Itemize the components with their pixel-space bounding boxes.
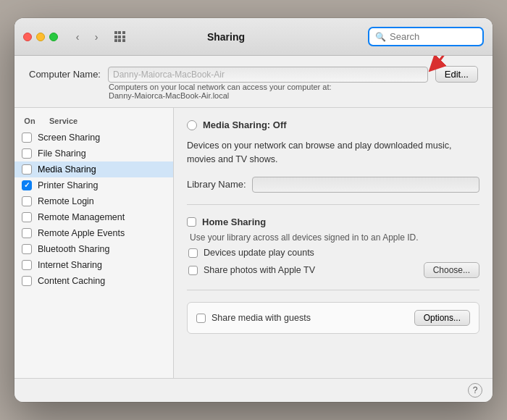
sharing-window: ‹ › Sharing 🔍 Computer Name: <box>14 18 493 402</box>
file-sharing-label: File Sharing <box>38 148 86 159</box>
sidebar-item-internet-sharing[interactable]: Internet Sharing <box>14 257 173 273</box>
sidebar-item-remote-management[interactable]: Remote Management <box>14 209 173 225</box>
share-photos-checkbox[interactable] <box>188 266 198 275</box>
media-sharing-label: Media Sharing <box>38 164 96 175</box>
home-sharing-row: Home Sharing <box>187 217 479 227</box>
devices-update-row: Devices update play counts <box>187 248 479 258</box>
screen-sharing-checkbox[interactable] <box>22 133 32 143</box>
share-media-checkbox[interactable] <box>196 314 206 323</box>
sidebar-header: On Service <box>14 114 173 130</box>
main-split: On Service Screen Sharing File Sharing M… <box>14 108 493 378</box>
sidebar-item-content-caching[interactable]: Content Caching <box>14 273 173 289</box>
file-sharing-checkbox[interactable] <box>22 148 32 159</box>
minimize-button[interactable] <box>36 33 45 41</box>
screen-sharing-label: Screen Sharing <box>38 133 100 143</box>
computer-name-label: Computer Name: <box>29 69 101 80</box>
search-icon: 🔍 <box>375 32 386 42</box>
sidebar-service-header: Service <box>49 117 77 125</box>
divider-2 <box>187 290 479 290</box>
share-photos-row: Share photos with Apple TV Choose... <box>187 262 479 278</box>
remote-apple-events-checkbox[interactable] <box>22 228 32 238</box>
media-sharing-checkbox[interactable] <box>22 164 32 175</box>
maximize-button[interactable] <box>49 33 58 41</box>
home-sharing-checkbox[interactable] <box>187 217 196 227</box>
media-sharing-header: Media Sharing: Off <box>187 119 479 130</box>
media-sharing-desc: Devices on your network can browse and p… <box>187 139 479 167</box>
divider-1 <box>187 204 479 205</box>
share-media-label: Share media with guests <box>211 313 311 323</box>
internet-sharing-checkbox[interactable] <box>22 260 32 270</box>
internet-sharing-label: Internet Sharing <box>38 260 102 270</box>
library-name-label: Library Name: <box>187 179 246 190</box>
library-name-input[interactable] <box>252 177 479 193</box>
sidebar-item-remote-apple-events[interactable]: Remote Apple Events <box>14 225 173 241</box>
share-media-row[interactable]: Share media with guests Options... <box>187 302 479 334</box>
computer-name-input[interactable] <box>108 67 428 83</box>
library-name-row: Library Name: <box>187 177 479 193</box>
remote-login-label: Remote Login <box>38 196 94 206</box>
devices-update-label: Devices update play counts <box>204 248 314 258</box>
sidebar-item-bluetooth-sharing[interactable]: Bluetooth Sharing <box>14 241 173 257</box>
media-sharing-status: Media Sharing: Off <box>203 119 287 130</box>
computer-name-section: Computer Name: Edit... Computers <box>14 56 493 108</box>
close-button[interactable] <box>23 33 32 41</box>
sidebar-item-screen-sharing[interactable]: Screen Sharing <box>14 130 173 146</box>
sidebar: On Service Screen Sharing File Sharing M… <box>14 108 174 378</box>
right-panel: Media Sharing: Off Devices on your netwo… <box>174 108 493 378</box>
remote-login-checkbox[interactable] <box>22 196 32 206</box>
search-field[interactable]: 🔍 <box>368 27 484 46</box>
sidebar-item-file-sharing[interactable]: File Sharing <box>14 146 173 161</box>
traffic-lights <box>23 33 58 41</box>
printer-sharing-label: Printer Sharing <box>38 180 98 190</box>
content-caching-checkbox[interactable] <box>22 276 32 286</box>
content-caching-label: Content Caching <box>38 276 105 286</box>
content-area: Computer Name: Edit... Computers <box>14 56 493 402</box>
home-sharing-title: Home Sharing <box>202 217 266 227</box>
search-input[interactable] <box>390 31 477 42</box>
media-sharing-radio[interactable] <box>187 120 197 130</box>
remote-apple-events-label: Remote Apple Events <box>38 228 125 238</box>
back-button[interactable]: ‹ <box>70 29 85 45</box>
remote-management-checkbox[interactable] <box>22 212 32 222</box>
titlebar: ‹ › Sharing 🔍 <box>14 18 493 56</box>
home-sharing-desc: Use your library across all devices sign… <box>187 232 479 244</box>
options-button[interactable]: Options... <box>414 310 470 326</box>
printer-sharing-checkbox[interactable] <box>22 180 32 190</box>
help-button[interactable]: ? <box>468 383 482 398</box>
sidebar-item-remote-login[interactable]: Remote Login <box>14 193 173 209</box>
remote-management-label: Remote Management <box>38 212 125 222</box>
edit-button[interactable]: Edit... <box>435 66 478 83</box>
devices-update-checkbox[interactable] <box>188 248 198 258</box>
computer-name-sub: Computers on your local network can acce… <box>109 83 478 100</box>
choose-button[interactable]: Choose... <box>424 262 479 278</box>
sidebar-on-header: On <box>22 117 38 125</box>
window-title: Sharing <box>90 31 362 43</box>
sidebar-item-media-sharing[interactable]: Media Sharing <box>14 161 173 177</box>
bluetooth-sharing-checkbox[interactable] <box>22 244 32 254</box>
bluetooth-sharing-label: Bluetooth Sharing <box>38 244 109 254</box>
home-sharing-section: Home Sharing Use your library across all… <box>187 217 479 279</box>
share-photos-label: Share photos with Apple TV <box>204 265 315 275</box>
sidebar-item-printer-sharing[interactable]: Printer Sharing <box>14 177 173 193</box>
bottom-bar: ? <box>14 378 493 402</box>
